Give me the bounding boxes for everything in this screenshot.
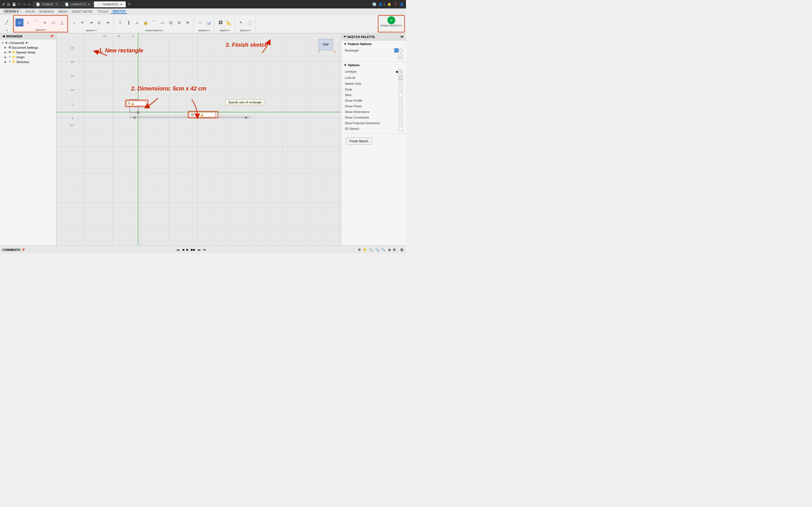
tab-untitled[interactable]: 📄 Untitled* ✕ [33, 1, 61, 7]
constraints-label[interactable]: CONSTRAINTS ▾ [145, 29, 163, 32]
user-avatar[interactable]: 👤 [400, 3, 404, 6]
trim-btn[interactable]: ✂ [79, 18, 87, 26]
bottom-grid-icon[interactable]: ⊞ [393, 248, 396, 251]
rectangle-color-swatch[interactable] [394, 48, 399, 53]
rectangle-diamond-icon[interactable] [399, 48, 403, 53]
concentric-btn[interactable]: ◎ [167, 18, 175, 26]
comments-expand-icon[interactable]: 📌 [21, 248, 25, 251]
circle-btn[interactable]: ○ [24, 18, 32, 26]
line-btn[interactable]: ╱ [3, 18, 11, 26]
help-icon[interactable]: ❓ [394, 3, 398, 6]
arc-btn[interactable]: ⌒ [33, 18, 40, 26]
tab-close-1[interactable]: ✕ [55, 3, 57, 6]
fillet-btn[interactable]: ⌣ [70, 18, 78, 26]
insert-dxf-btn[interactable]: 📐 [225, 18, 233, 26]
tab-mesh[interactable]: MESH [57, 10, 69, 13]
window-menu-icon[interactable]: ▤ [7, 3, 10, 6]
window-select-btn[interactable]: ⬚ [246, 18, 253, 26]
sketch-grid-checkbox[interactable] [399, 82, 403, 86]
perpendicular-btn[interactable]: ⊥ [133, 18, 141, 26]
spline-btn[interactable]: ∿ [41, 18, 49, 26]
bottom-display-icon[interactable]: 🖥 [388, 248, 391, 251]
rectangle-btn[interactable]: ▭ [15, 18, 23, 26]
palette-finish-sketch-btn[interactable]: Finish Sketch [346, 137, 372, 145]
visibility-icon-origin[interactable]: 👁 [8, 55, 11, 59]
tab-sketch[interactable]: SKETCH [111, 9, 127, 14]
app-grid-icon[interactable]: ⊞ [2, 3, 5, 6]
tree-item-named-views[interactable]: ▶ 👁 📁 Named Views [0, 50, 56, 55]
bottom-toolbar-icon1[interactable]: ⊞ [358, 248, 361, 251]
select-btn[interactable]: ↖ [237, 18, 245, 26]
bottom-toolbar-icon3[interactable]: 🔍 [369, 248, 373, 251]
notification-icon[interactable]: 🔔 [388, 3, 391, 6]
slice-checkbox[interactable] [399, 93, 403, 97]
visibility-icon-root[interactable]: 👁 [5, 41, 8, 45]
midpoint-btn[interactable]: ⊙ [175, 18, 183, 26]
show-points-checkbox[interactable] [399, 104, 403, 108]
timeline-play-btn[interactable]: ▶ [186, 248, 189, 251]
tree-item-doc-settings[interactable]: ▶ ⚙ Document Settings [0, 45, 56, 50]
tab-untitled-2[interactable]: 📄 Untitled*(2) ✕ [94, 1, 126, 7]
feature-options-header[interactable]: ▼ Feature Options [344, 42, 404, 46]
snap-checkbox[interactable] [399, 87, 403, 91]
design-btn[interactable]: DESIGN ▾ [2, 9, 20, 14]
settings-icon[interactable]: ⚙ [400, 247, 404, 252]
timeline-end-btn[interactable]: ⏭ [198, 248, 201, 251]
palette-expand-icon[interactable]: ≫ [400, 35, 404, 39]
tree-item-sketches[interactable]: ▶ 👁 📁 Sketches [0, 59, 56, 64]
section-analysis-btn[interactable]: 📊 [204, 18, 212, 26]
viewcube-label[interactable]: TOP [319, 39, 333, 50]
options-header[interactable]: ▼ Options [344, 63, 404, 67]
construction-square-icon[interactable]: ⬚ [398, 54, 403, 59]
tab-untitled-1[interactable]: 📄 Untitled*(1) ✕ [61, 1, 93, 7]
bottom-toolbar-icon5[interactable]: 🔍 [382, 248, 386, 251]
undo-btn[interactable]: ↩ [18, 3, 21, 6]
extend-btn[interactable]: ⇥ [87, 18, 95, 26]
fix-btn[interactable]: ✛ [184, 18, 192, 26]
redo-btn[interactable]: ↪ [23, 3, 26, 6]
show-constraints-checkbox[interactable] [399, 115, 403, 119]
show-profile-checkbox[interactable] [399, 99, 403, 103]
finish-sketch-toolbar-btn[interactable]: ✓ FINISH SKETCH ▾ [378, 15, 405, 33]
tab-sheet-metal[interactable]: SHEET METAL [70, 10, 95, 13]
timeline-start-btn[interactable]: ⏮ [176, 248, 180, 251]
3d-sketch-checkbox[interactable] [399, 127, 403, 131]
visibility-icon-sketches[interactable]: 👁 [8, 60, 11, 63]
polygon-btn[interactable]: △ [58, 18, 66, 26]
lock-btn[interactable]: 🔒 [142, 18, 149, 26]
timeline-prev-btn[interactable]: ◀ [182, 248, 184, 251]
linetype-prev-icon[interactable]: ◀ [395, 70, 398, 73]
create-label[interactable]: CREATE ▾ [35, 29, 46, 31]
new-tab-btn[interactable]: + [126, 2, 132, 7]
viewcube[interactable]: TOP Z X [319, 39, 336, 56]
look-at-icon[interactable]: 📋 [398, 75, 403, 80]
tab-close-3[interactable]: ✕ [120, 3, 122, 6]
show-dimensions-checkbox[interactable] [399, 110, 403, 114]
tab-close-2[interactable]: ✕ [88, 3, 90, 6]
equal-btn[interactable]: = [116, 18, 124, 26]
canvas-area[interactable]: 25 20 15 10 5 -5 -10 -15 -10 -5 1. New r… [56, 33, 341, 245]
redo2-btn[interactable]: ↪ [28, 3, 31, 6]
bottom-toolbar-icon2[interactable]: ✋ [363, 248, 367, 251]
tab-surface[interactable]: SURFACE [38, 10, 56, 13]
timeline-next-btn[interactable]: ▶▶ [191, 248, 195, 251]
modify-label[interactable]: MODIFY ▾ [86, 29, 96, 32]
mirror-btn[interactable]: ⇔ [104, 18, 112, 26]
tab-tools[interactable]: TOOLS [96, 10, 110, 13]
width-dim-box[interactable]: 5 🔒 [126, 101, 146, 106]
insert-label[interactable]: INSERT ▾ [220, 29, 230, 32]
ellipse-btn[interactable]: ⬭ [49, 18, 57, 26]
browser-pin-icon[interactable]: 📌 [50, 34, 54, 38]
sync-icon[interactable]: 🔄 [372, 3, 376, 6]
tree-item-origin[interactable]: ▶ 👁 📁 Origin [0, 55, 56, 59]
insert-image-btn[interactable]: 🖼 [216, 18, 224, 26]
tab-solid[interactable]: SOLID [24, 10, 36, 13]
show-projected-checkbox[interactable] [399, 121, 403, 125]
browser-collapse-icon[interactable]: ◀ [2, 34, 4, 38]
parallel-btn[interactable]: ∥ [124, 18, 133, 26]
bottom-toolbar-icon4[interactable]: 🔍 [375, 248, 379, 251]
offset-btn[interactable]: ⊏ [96, 18, 103, 26]
inspect-label[interactable]: INSPECT ▾ [199, 29, 210, 32]
save-icon[interactable]: 💾 [12, 3, 16, 6]
collinear-btn[interactable]: — [158, 18, 166, 26]
